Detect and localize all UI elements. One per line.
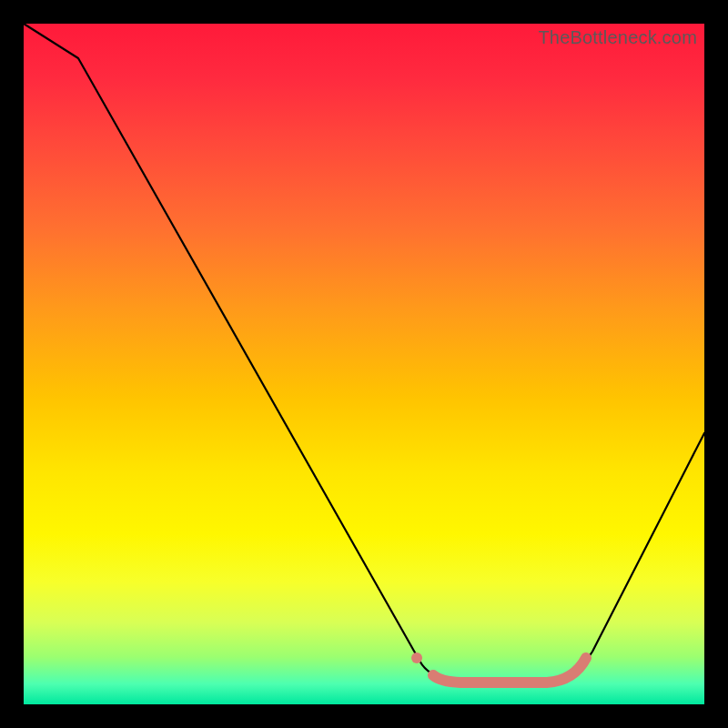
trough-start-dot — [411, 652, 422, 663]
bottleneck-curve-svg — [24, 24, 704, 704]
trough-highlight — [433, 658, 586, 682]
chart-plot-area: TheBottleneck.com — [24, 24, 704, 704]
bottleneck-curve-line — [24, 24, 704, 679]
